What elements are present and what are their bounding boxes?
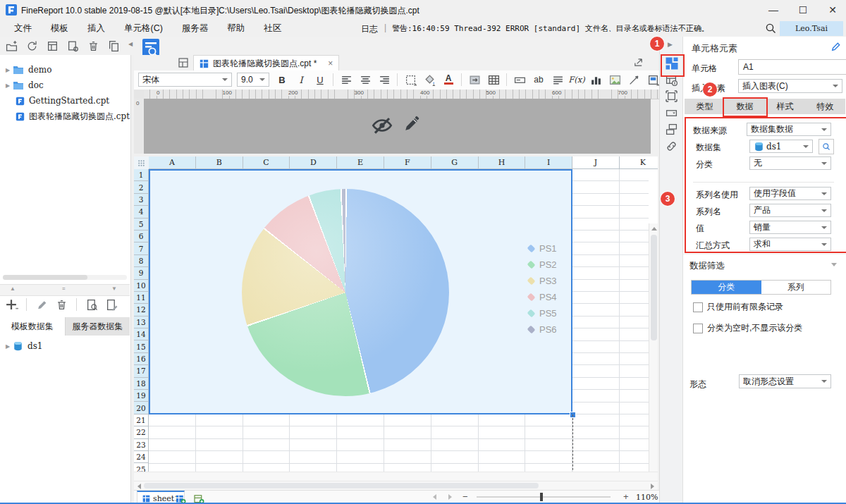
- menu-item-6[interactable]: 社区: [264, 23, 281, 35]
- edit-chart-pencil-icon[interactable]: [402, 113, 422, 135]
- prev-sheet-icon[interactable]: [433, 494, 436, 500]
- new-folder-icon[interactable]: [4, 39, 18, 53]
- form-select-5[interactable]: 产品: [749, 204, 831, 217]
- tree-item-2[interactable]: GettingStarted.cpt: [0, 93, 130, 109]
- element-tab-类型[interactable]: 类型: [685, 99, 725, 114]
- expand-arrow-icon[interactable]: ▶: [3, 82, 13, 89]
- add-poly-sheet-icon[interactable]: [192, 492, 206, 504]
- image-button[interactable]: [606, 72, 623, 87]
- filter-tab-系列[interactable]: 系列: [761, 281, 831, 294]
- user-account-badge[interactable]: Leo.Tsai: [780, 21, 843, 36]
- doc-sql-icon[interactable]: [104, 297, 118, 312]
- dataset-item-ds1[interactable]: ▶ ds1: [0, 338, 130, 354]
- edit-pencil-icon[interactable]: [35, 297, 49, 312]
- vertical-scrollbar[interactable]: [649, 223, 658, 481]
- row-header-24[interactable]: 24: [134, 451, 149, 463]
- hyperlink-icon[interactable]: [664, 139, 679, 154]
- element-tab-样式[interactable]: 样式: [765, 99, 805, 114]
- legend-item-PS2[interactable]: PS2: [528, 259, 557, 269]
- panel-splitter[interactable]: ▲ = ▼: [0, 284, 130, 296]
- checkbox-icon[interactable]: [693, 324, 703, 333]
- align-right-button[interactable]: [376, 72, 393, 87]
- italic-button[interactable]: I: [293, 72, 309, 87]
- add-grid-sheet-icon[interactable]: [173, 492, 188, 504]
- fill-color-button[interactable]: [421, 72, 438, 87]
- tree-item-3[interactable]: 图表轮播隐藏切换圆点.cpt: [0, 109, 130, 124]
- edit-pencil-icon[interactable]: [831, 42, 841, 51]
- row-header-8[interactable]: 8: [134, 255, 149, 267]
- menu-item-5[interactable]: 帮助: [227, 23, 245, 35]
- border-button[interactable]: [402, 72, 419, 87]
- collapse-left-panel-icon[interactable]: ◀: [128, 41, 133, 47]
- legend-item-PS1[interactable]: PS1: [528, 243, 557, 253]
- splitter-up-icon[interactable]: ▲: [10, 285, 16, 292]
- splitter-down-icon[interactable]: ▼: [111, 285, 117, 292]
- align-center-button[interactable]: [357, 72, 374, 87]
- tree-item-0[interactable]: ▶demo: [0, 62, 130, 78]
- plus-icon[interactable]: [4, 297, 18, 312]
- tree-item-1[interactable]: ▶doc: [0, 78, 130, 93]
- legend-item-PS4[interactable]: PS4: [528, 292, 557, 302]
- widget-settings-icon[interactable]: [664, 106, 679, 121]
- font-color-button[interactable]: A: [440, 72, 457, 87]
- menu-item-3[interactable]: 单元格(C): [124, 23, 163, 35]
- zoom-slider-track[interactable]: [477, 496, 611, 498]
- splitter-handle-icon[interactable]: =: [62, 285, 66, 292]
- column-header-F[interactable]: F: [384, 156, 431, 169]
- legend-item-PS3[interactable]: PS3: [528, 276, 557, 285]
- rich-text-button[interactable]: [549, 72, 566, 87]
- row-header-4[interactable]: 4: [134, 206, 149, 218]
- collapse-section-icon[interactable]: [831, 263, 837, 266]
- row-header-3[interactable]: 3: [134, 194, 149, 206]
- menu-item-1[interactable]: 模板: [51, 23, 68, 35]
- checkbox-icon[interactable]: [693, 302, 703, 312]
- bold-button[interactable]: B: [274, 72, 290, 87]
- cell-element-icon[interactable]: [664, 56, 679, 70]
- shape-select[interactable]: 取消形态设置: [739, 374, 831, 388]
- next-sheet-icon[interactable]: [448, 494, 452, 500]
- delete-icon[interactable]: [86, 39, 100, 53]
- split-cells-button[interactable]: [485, 72, 502, 87]
- text-ab-button[interactable]: ab: [530, 72, 547, 87]
- document-tab[interactable]: 图表轮播隐藏切换圆点.cpt * ×: [193, 55, 339, 71]
- text-widget-button[interactable]: [511, 72, 528, 87]
- refresh-icon[interactable]: [25, 39, 39, 53]
- popout-window-icon[interactable]: [633, 57, 644, 68]
- warning-status-text[interactable]: 警告:16:40:59 Thread-392 ERROR [standard] …: [392, 23, 709, 34]
- column-header-D[interactable]: D: [290, 156, 337, 169]
- expand-arrow-icon[interactable]: ▶: [3, 343, 13, 350]
- form-select-6[interactable]: 销量: [749, 221, 831, 234]
- expand-arrow-icon[interactable]: ▶: [3, 67, 13, 73]
- insert-element-select[interactable]: 插入图表(C): [738, 79, 842, 93]
- column-header-G[interactable]: G: [431, 156, 479, 169]
- row-header-17[interactable]: 17: [134, 365, 149, 377]
- row-header-16[interactable]: 16: [134, 353, 149, 365]
- minimize-button[interactable]: —: [761, 0, 785, 20]
- hide-empty-category-checkbox[interactable]: 分类为空时,不显示该分类: [693, 322, 802, 334]
- column-header-H[interactable]: H: [479, 156, 526, 169]
- pie-chart[interactable]: [242, 189, 449, 396]
- row-header-9[interactable]: 9: [134, 267, 149, 279]
- filter-tab-分类[interactable]: 分类: [692, 281, 761, 294]
- form-select-1[interactable]: ds1: [749, 140, 813, 153]
- zoom-in-button[interactable]: +: [623, 491, 629, 502]
- legend-item-PS6[interactable]: PS6: [528, 324, 557, 334]
- row-header-23[interactable]: 23: [134, 439, 149, 451]
- row-header-14[interactable]: 14: [134, 328, 149, 340]
- column-header-A[interactable]: A: [149, 156, 196, 169]
- limit-records-checkbox[interactable]: 只使用前有限条记录: [693, 301, 783, 313]
- row-header-12[interactable]: 12: [134, 304, 149, 316]
- row-header-7[interactable]: 7: [134, 242, 149, 254]
- chart-cell-a1[interactable]: PS1PS2PS3PS4PS5PS6: [149, 169, 572, 414]
- menu-item-2[interactable]: 插入: [87, 23, 105, 35]
- form-select-0[interactable]: 数据集数据: [747, 123, 831, 136]
- template-list-icon[interactable]: [178, 57, 189, 68]
- column-header-B[interactable]: B: [196, 156, 243, 169]
- scroll-right-icon[interactable]: [651, 484, 654, 489]
- log-link[interactable]: 日志: [361, 23, 378, 35]
- zoom-slider-handle[interactable]: [540, 493, 543, 501]
- cell-reference-input[interactable]: A1: [738, 59, 846, 75]
- merge-cells-button[interactable]: [466, 72, 483, 87]
- dataset-tab-1[interactable]: 服务器数据集: [66, 317, 130, 336]
- column-header-E[interactable]: E: [337, 156, 384, 169]
